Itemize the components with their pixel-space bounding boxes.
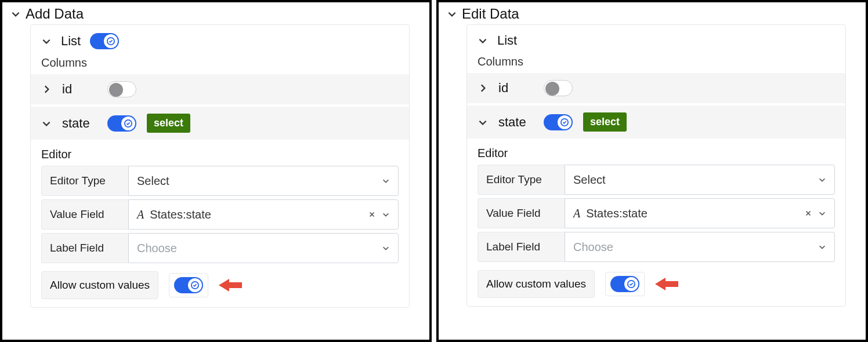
editor-type-row: Editor Type Select [31,166,409,196]
allow-custom-label: Allow custom values [41,271,158,299]
chevron-down-icon [382,244,390,252]
text-type-icon: A [573,207,580,220]
panel-body: List Columns id state [30,24,410,308]
list-row: List [31,31,409,56]
column-name: state [62,116,97,131]
select-badge: select [147,114,190,133]
label-field-label: Label Field [41,233,128,263]
chevron-down-icon[interactable] [41,36,52,46]
allow-custom-row: Allow custom values [467,265,845,306]
editor-type-label: Editor Type [41,166,128,196]
annotation-arrow-icon [655,275,678,293]
label-field-label: Label Field [478,232,565,262]
columns-heading: Columns [467,55,845,73]
panel-title: Edit Data [462,6,519,22]
value-field-label: Value Field [478,198,565,228]
value-field-row: Value Field A States:state [31,199,409,230]
list-label: List [61,34,81,49]
editor-heading: Editor [467,141,845,165]
chevron-down-icon [818,243,826,251]
label-field-row: Label Field Choose [31,233,409,263]
chevron-down-icon [382,177,390,185]
value-field-value: States:state [150,208,211,221]
column-id-toggle[interactable] [107,81,136,97]
value-field-value: States:state [586,207,648,220]
label-field-select[interactable]: Choose [128,233,399,263]
add-data-panel: Add Data List Columns id [0,0,432,342]
column-row-id: id [31,74,409,107]
allow-custom-row: Allow custom values [31,267,409,307]
label-field-row: Label Field Choose [467,232,845,262]
chevron-down-icon[interactable] [478,117,488,128]
editor-type-value: Select [573,173,606,187]
chevron-down-icon[interactable] [447,9,457,19]
columns-heading: Columns [31,56,409,74]
editor-type-label: Editor Type [478,165,565,195]
chevron-down-icon[interactable] [41,118,52,129]
allow-custom-toggle[interactable] [174,277,203,293]
column-name: id [498,81,533,96]
chevron-right-icon[interactable] [41,84,52,94]
value-field-row: Value Field A States:state [467,198,845,228]
allow-custom-toggle-box [605,272,645,296]
column-id-toggle[interactable] [544,80,573,96]
allow-custom-toggle[interactable] [610,276,639,292]
value-field-label: Value Field [41,199,128,230]
chevron-down-icon[interactable] [10,9,21,19]
editor-heading: Editor [31,142,409,166]
select-badge: select [583,112,627,132]
clear-icon[interactable] [804,209,812,217]
column-row-id: id [467,73,845,105]
panel-title: Add Data [26,6,84,22]
editor-type-value: Select [137,174,169,188]
editor-type-select[interactable]: Select [128,166,399,196]
value-field-select[interactable]: A States:state [128,199,399,230]
allow-custom-toggle-box [169,273,208,297]
annotation-arrow-icon [219,276,242,294]
column-name: id [62,82,97,97]
column-row-state: state select [31,107,409,142]
list-row: List [467,31,845,55]
label-field-placeholder: Choose [137,242,177,255]
value-field-select[interactable]: A States:state [565,198,835,228]
chevron-right-icon[interactable] [478,83,488,93]
label-field-select[interactable]: Choose [565,232,835,262]
column-row-state: state select [467,105,845,141]
label-field-placeholder: Choose [573,241,613,254]
panel-body: List Columns id state [466,24,846,307]
svg-marker-3 [219,279,242,292]
panel-header: Add Data [10,6,421,22]
column-state-toggle[interactable] [107,115,136,132]
panel-header: Edit Data [447,6,858,22]
column-name: state [498,115,533,130]
chevron-down-icon [818,209,826,217]
column-state-toggle[interactable] [544,114,573,130]
editor-type-select[interactable]: Select [565,165,835,195]
chevron-down-icon[interactable] [478,35,488,46]
clear-icon[interactable] [368,210,376,219]
list-toggle[interactable] [90,33,119,49]
chevron-down-icon [818,176,826,184]
list-label: List [497,33,517,48]
svg-marker-6 [655,278,678,290]
chevron-down-icon [382,210,390,219]
edit-data-panel: Edit Data List Columns id [436,0,868,342]
editor-type-row: Editor Type Select [467,165,845,195]
text-type-icon: A [137,208,144,221]
allow-custom-label: Allow custom values [478,270,595,298]
